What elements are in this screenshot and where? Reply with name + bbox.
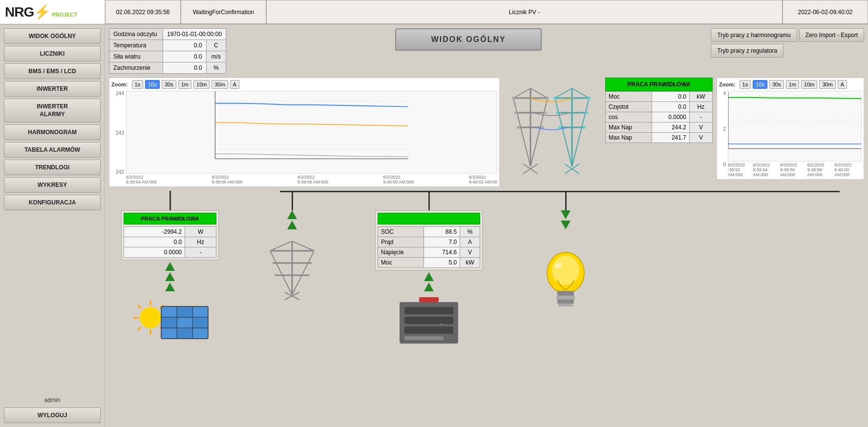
left-x-label-2: 6/2/20229:39:56 AM:000 — [212, 175, 242, 184]
svg-rect-87 — [404, 307, 453, 314]
sidebar-item-inwerter-alarmy[interactable]: INWERTERALARMY — [4, 99, 101, 122]
power-tower-area — [504, 78, 601, 187]
bottom-flow-section: PRACA PRAWIDŁOWA -2994.2 W 0.0 Hz — [109, 191, 864, 352]
battery-data-table: SOC 88.5 % Prąd 7.0 A Napięcie — [378, 226, 480, 268]
svg-line-12 — [530, 88, 548, 98]
right-x-label-2: 6/2/20229:39:54 AM:000 — [753, 163, 780, 177]
grid-unit-maxnap2: V — [689, 133, 712, 143]
svg-rect-98 — [558, 304, 573, 306]
sidebar-logout-button[interactable]: WYLOGUJ — [4, 407, 101, 423]
right-x-label-5: 6/2/20229:40:00 AM:000 — [834, 163, 862, 177]
inverter-status-label: PRACA PRAWIDŁOWA — [124, 213, 216, 224]
battery-arrows-up — [424, 272, 434, 291]
grid-v-connector — [292, 191, 293, 210]
header-status-bar: 02.06.2022 09:35:56 WaitingForConfirmati… — [105, 0, 868, 24]
zero-import-export-button[interactable]: Zero Import - Export — [799, 28, 864, 42]
right-y-2: 2 — [719, 126, 726, 132]
sidebar-item-trendlogi[interactable]: TRENDLOGI — [4, 160, 101, 175]
svg-point-17 — [514, 111, 517, 114]
left-zoom-a[interactable]: A — [230, 80, 239, 89]
bulb-icon-area — [539, 251, 593, 316]
right-zoom-10s[interactable]: 10s — [753, 80, 767, 89]
svg-point-33 — [556, 111, 559, 114]
left-zoom-10m[interactable]: 10m — [193, 80, 210, 89]
svg-point-19 — [517, 126, 520, 129]
grid-value-czest: 0.0 — [652, 102, 689, 112]
left-chart-x-labels: 6/2/20229:39:54 AM:000 6/2/20229:39:56 A… — [126, 175, 497, 184]
inv-unit-2: - — [185, 247, 216, 258]
grid-label-cos: cos — [606, 112, 652, 122]
sidebar-item-bms-ems-lcd[interactable]: BMS / EMS / LCD — [4, 63, 101, 79]
svg-marker-92 — [561, 221, 571, 229]
grid-tower-small-svg — [263, 241, 321, 305]
sidebar-item-wykresy[interactable]: WYKRESY — [4, 177, 101, 193]
svg-rect-89 — [404, 326, 453, 334]
right-zoom-30s[interactable]: 30s — [769, 80, 784, 89]
sensor-value-1: 0.0 — [163, 40, 207, 51]
arrow-up-1 — [165, 262, 175, 271]
svg-rect-88 — [404, 317, 453, 324]
grid-arrow-up-2 — [287, 221, 297, 229]
right-chart-x-labels: 6/2/2022:39:52 AM:000 6/2/20229:39:54 AM… — [728, 163, 862, 177]
left-y-242: 242 — [111, 169, 124, 175]
logo: NRG ⚡ PROJECT — [0, 0, 105, 24]
sidebar-item-widok-ogolny[interactable]: WIDOK OGÓLNY — [4, 28, 101, 44]
sensor-label-3: Zachmurzenie — [109, 62, 163, 74]
inverter-panel: PRACA PRAWIDŁOWA -2994.2 W 0.0 Hz — [121, 210, 219, 260]
right-zoom-30m[interactable]: 30m — [819, 80, 835, 89]
left-zoom-30m[interactable]: 30m — [212, 80, 228, 89]
svg-line-25 — [555, 98, 572, 166]
top-right-row-1: Tryb pracy z harmonogramu Zero Import - … — [711, 28, 864, 42]
main-title: WIDOK OGÓLNY — [395, 28, 542, 51]
left-x-label-5: 6/2/20229:40:02 AM:00 — [469, 175, 497, 184]
right-zoom-10m[interactable]: 10m — [801, 80, 817, 89]
header-status: WaitingForConfirmation — [181, 0, 266, 24]
grid-unit-maxnap1: V — [689, 122, 712, 133]
sidebar-item-inwerter[interactable]: INWERTER — [4, 81, 101, 97]
bat-value-napiecie: 714.6 — [424, 247, 460, 258]
svg-line-28 — [572, 88, 589, 98]
svg-marker-70 — [287, 221, 297, 229]
left-zoom-1s[interactable]: 1s — [132, 80, 144, 89]
tryb-harmonogramu-button[interactable]: Tryb pracy z harmonogramu — [711, 28, 797, 42]
sidebar: WIDOK OGÓLNY LICZNIKI BMS / EMS / LCD IN… — [0, 24, 105, 427]
svg-line-9 — [513, 98, 530, 166]
left-zoom-10s[interactable]: 10s — [145, 80, 160, 89]
sensor-unit-2: m/s — [206, 51, 226, 62]
load-arrow-down-1 — [561, 210, 571, 219]
tryb-regulatora-button[interactable]: Tryb pracy z regulatora — [711, 44, 783, 58]
grid-column — [231, 191, 353, 306]
bat-label-moc: Moc — [378, 258, 424, 268]
sidebar-item-liczniki[interactable]: LICZNIKI — [4, 46, 101, 61]
load-arrows-down — [561, 210, 571, 229]
sensor-row-1: Temperatura 0.0 C — [109, 40, 226, 51]
svg-rect-66 — [162, 329, 176, 338]
svg-point-35 — [558, 126, 561, 129]
grid-row-czest: Częstot 0.0 Hz — [606, 102, 713, 112]
bat-unit-moc: kW — [460, 258, 480, 268]
right-zoom-1m[interactable]: 1m — [786, 80, 799, 89]
battery-v-connector — [428, 191, 430, 210]
sidebar-item-konfiguracja[interactable]: KONFIGURACJA — [4, 195, 101, 210]
right-zoom-1s[interactable]: 1s — [740, 80, 751, 89]
grid-row-moc: Moc 0.0 kW — [606, 92, 713, 102]
top-row: Godzina odczytu 1970-01-01-00:00:00 Temp… — [109, 28, 864, 74]
sidebar-item-harmonogram[interactable]: HARMONOGRAM — [4, 124, 101, 140]
sensor-row-2: Siła wiatru 0.0 m/s — [109, 51, 226, 62]
svg-point-54 — [142, 309, 159, 326]
bat-label-prad: Prąd — [378, 237, 424, 247]
left-zoom-1m[interactable]: 1m — [178, 80, 191, 89]
grid-tower-icon — [263, 241, 321, 306]
sidebar-item-tabela-alarmow[interactable]: TABELA ALARMÓW — [4, 142, 101, 158]
svg-point-20 — [541, 126, 544, 129]
inv-unit-1: Hz — [185, 237, 216, 247]
right-zoom-a[interactable]: A — [838, 80, 847, 89]
left-y-244: 244 — [111, 91, 124, 96]
bat-arrow-up-2 — [424, 283, 434, 291]
bat-value-soc: 88.5 — [424, 227, 460, 237]
sidebar-user: admin — [4, 395, 101, 406]
inv-value-2: 0.0000 — [124, 247, 185, 258]
left-zoom-30s[interactable]: 30s — [162, 80, 176, 89]
bat-value-moc: 5.0 — [424, 258, 460, 268]
svg-point-18 — [544, 111, 547, 114]
